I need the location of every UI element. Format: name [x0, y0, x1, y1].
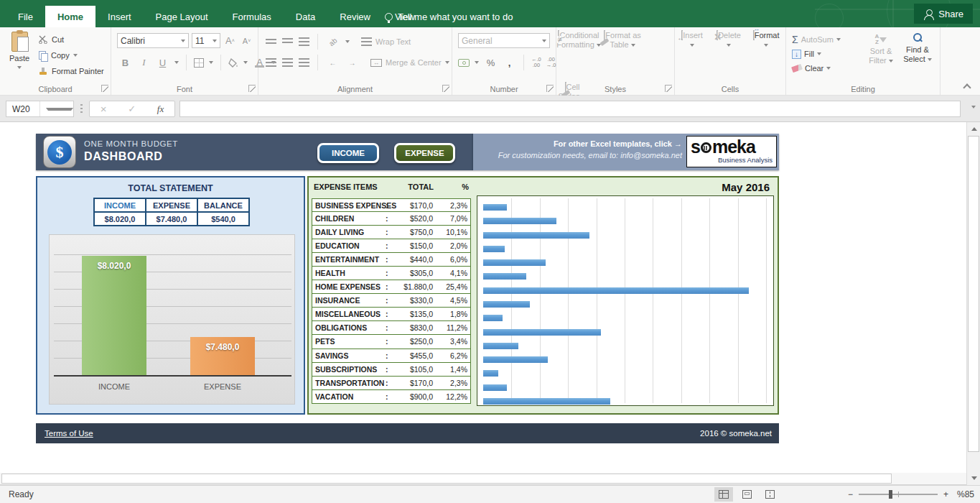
promo-line1[interactable]: For other Excel templates, click →	[498, 139, 682, 148]
worksheet[interactable]: $ ONE MONTH BUDGET DASHBOARD INCOME EXPE…	[0, 122, 966, 473]
horizontal-scrollbar[interactable]	[0, 473, 966, 485]
format-painter-label: Format Painter	[52, 67, 104, 75]
number-dialog-launcher[interactable]	[546, 85, 554, 92]
tab-file[interactable]: File	[6, 6, 45, 27]
enter-button[interactable]: ✓	[128, 103, 136, 114]
share-button[interactable]: Share	[914, 4, 973, 24]
conditional-formatting-button[interactable]: ≠ Conditional Formatting	[556, 27, 601, 79]
increase-indent-button[interactable]: →	[345, 55, 359, 70]
expense-category-label: EXPENSE	[179, 382, 266, 391]
delete-cells-button[interactable]: ✕ Delete	[711, 27, 746, 79]
bar-pets	[483, 343, 518, 349]
expense-row: TRANSPORTATION:$170,02,3%	[312, 377, 471, 390]
tab-review[interactable]: Review	[327, 6, 383, 27]
collapse-ribbon-button[interactable]	[963, 83, 971, 91]
vertical-scrollbar[interactable]	[966, 122, 980, 485]
tab-insert[interactable]: Insert	[95, 6, 144, 27]
page-break-view-button[interactable]	[760, 487, 779, 502]
cut-button[interactable]: Cut	[37, 32, 104, 47]
bold-button[interactable]: B	[118, 55, 132, 70]
fill-color-dropdown-caret[interactable]	[243, 61, 248, 64]
font-size-select[interactable]: 11	[192, 33, 220, 48]
percent-style-button[interactable]: %	[484, 55, 498, 70]
orientation-button[interactable]: ab	[323, 32, 342, 52]
vertical-scroll-thumb[interactable]	[968, 136, 979, 452]
income-nav-button[interactable]: INCOME	[317, 143, 379, 163]
autosum-button[interactable]: Σ AutoSum	[792, 32, 841, 47]
accounting-dropdown-caret[interactable]	[475, 61, 479, 64]
zoom-slider[interactable]	[859, 494, 938, 495]
copy-button[interactable]: Copy	[37, 47, 104, 63]
format-painter-button[interactable]: Format Painter	[37, 63, 104, 79]
zoom-slider-thumb[interactable]	[889, 490, 892, 499]
grow-font-button[interactable]: A˄	[223, 34, 237, 48]
tab-formulas[interactable]: Formulas	[220, 6, 284, 27]
align-center-button[interactable]	[282, 58, 293, 67]
underline-button[interactable]: U	[156, 55, 169, 70]
autosum-dropdown-caret[interactable]	[836, 38, 841, 41]
fill-button[interactable]: ↓ Fill	[792, 47, 841, 61]
wrap-text-button[interactable]: Wrap Text	[361, 37, 411, 46]
page-layout-view-button[interactable]	[737, 487, 756, 502]
underline-dropdown-caret[interactable]	[174, 61, 179, 64]
scroll-down-button[interactable]	[968, 472, 980, 484]
zoom-out-button[interactable]: −	[848, 489, 853, 499]
clear-button[interactable]: Clear	[792, 61, 841, 75]
merge-center-button[interactable]: ↔ Merge & Center	[370, 58, 449, 67]
insert-cells-button[interactable]: ← Insert	[675, 27, 709, 79]
expand-formula-bar-button[interactable]	[971, 106, 976, 109]
increase-decimal-button[interactable]: ←.0.00	[531, 57, 541, 68]
normal-view-button[interactable]	[714, 487, 733, 502]
expense-nav-button[interactable]: EXPENSE	[394, 143, 455, 163]
terms-of-use-link[interactable]: Terms of Use	[45, 429, 93, 438]
comma-style-button[interactable]: ,	[503, 55, 516, 70]
clipboard-dialog-launcher[interactable]	[101, 85, 108, 92]
align-top-button[interactable]	[266, 39, 276, 45]
merge-center-dropdown-caret[interactable]	[445, 61, 449, 64]
tab-page-layout[interactable]: Page Layout	[144, 6, 220, 27]
insert-function-button[interactable]: fx	[157, 103, 164, 115]
format-cells-button[interactable]: ↔ Format	[748, 27, 784, 79]
fill-dropdown-caret[interactable]	[817, 52, 821, 55]
decrease-decimal-button[interactable]: .00→.0	[546, 57, 556, 68]
formula-input[interactable]	[179, 101, 961, 117]
fill-color-icon[interactable]	[228, 58, 238, 68]
decrease-indent-button[interactable]: ←	[326, 55, 340, 70]
align-bottom-button[interactable]	[299, 37, 309, 46]
name-box-caret[interactable]	[39, 101, 73, 116]
accounting-format-icon[interactable]	[458, 59, 470, 67]
zoom-in-button[interactable]: +	[943, 489, 948, 499]
align-left-button[interactable]	[266, 58, 276, 67]
number-format-select[interactable]: General	[458, 33, 550, 48]
scroll-up-button[interactable]	[968, 123, 980, 135]
copy-dropdown-caret[interactable]	[73, 54, 78, 57]
cancel-button[interactable]: ×	[101, 103, 107, 115]
tell-me-box[interactable]: Tell me what you want to do	[385, 6, 513, 27]
tab-home[interactable]: Home	[45, 6, 95, 27]
zoom-percentage[interactable]: %85	[957, 489, 974, 499]
name-box[interactable]: W20	[6, 101, 74, 117]
styles-dialog-launcher[interactable]	[665, 85, 672, 92]
wrap-text-icon	[361, 37, 372, 46]
exp-pct: 1,4%	[450, 365, 467, 374]
orientation-dropdown-caret[interactable]	[345, 40, 350, 43]
paste-dropdown-caret[interactable]	[17, 66, 22, 69]
borders-dropdown-caret[interactable]	[209, 61, 213, 64]
paste-button[interactable]: Paste	[4, 30, 35, 79]
format-as-table-button[interactable]: Format as Table	[603, 27, 642, 79]
exp-colon: :	[386, 201, 388, 210]
font-dialog-launcher[interactable]	[248, 85, 256, 92]
clear-dropdown-caret[interactable]	[826, 67, 831, 70]
find-select-button[interactable]: Find & Select	[900, 27, 935, 79]
horizontal-scroll-thumb[interactable]	[1, 474, 892, 484]
align-middle-button[interactable]	[282, 38, 293, 45]
sort-filter-button[interactable]: AZ Sort & Filter	[864, 27, 898, 79]
tab-data[interactable]: Data	[284, 6, 327, 27]
alignment-dialog-launcher[interactable]	[442, 85, 449, 92]
shrink-font-button[interactable]: A˅	[240, 34, 253, 48]
align-right-button[interactable]	[299, 58, 309, 67]
borders-icon[interactable]	[194, 58, 204, 68]
formula-bar-grip[interactable]	[80, 104, 83, 114]
italic-button[interactable]: I	[137, 55, 151, 70]
font-family-select[interactable]: Calibri	[117, 33, 189, 48]
